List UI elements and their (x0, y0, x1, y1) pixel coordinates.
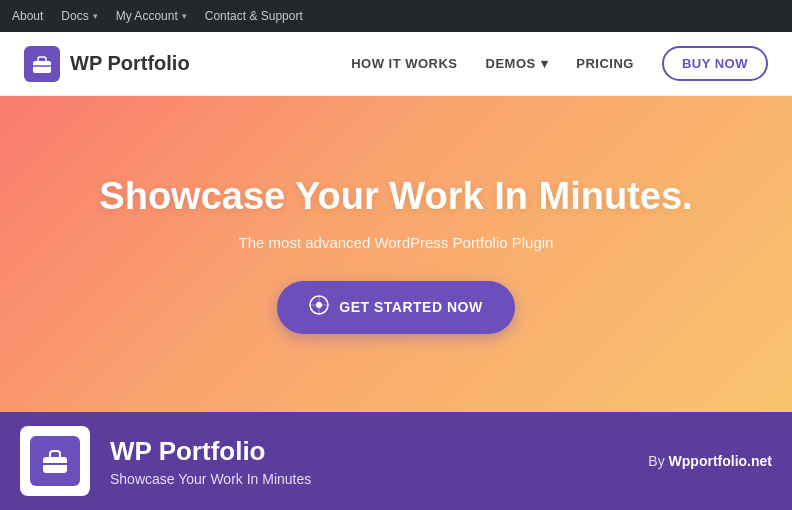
briefcase-icon (31, 53, 53, 75)
buy-now-button[interactable]: BUY NOW (662, 46, 768, 81)
nav-pricing-label: PRICING (576, 56, 634, 71)
cta-label: GET STARTED NOW (339, 299, 482, 315)
hero-section: Showcase Your Work In Minutes. The most … (0, 96, 792, 412)
plugin-name: WP Portfolio (110, 436, 628, 467)
admin-bar-docs-label: Docs (61, 9, 88, 23)
wp-logo-icon (309, 295, 329, 315)
plugin-briefcase-icon (39, 445, 71, 477)
logo-icon (24, 46, 60, 82)
admin-bar-about[interactable]: About (12, 9, 43, 23)
wordpress-icon (309, 295, 329, 320)
by-attribution: By Wpportfolio.net (648, 453, 772, 469)
logo-text: WP Portfolio (70, 52, 190, 75)
admin-bar-my-account[interactable]: My Account ▾ (116, 9, 187, 23)
info-bar: WP Portfolio Showcase Your Work In Minut… (0, 412, 792, 510)
demos-chevron-icon: ▾ (541, 56, 549, 71)
nav-right: HOW IT WORKS DEMOS ▾ PRICING BUY NOW (351, 46, 768, 81)
admin-bar-contact-label: Contact & Support (205, 9, 303, 23)
hero-title: Showcase Your Work In Minutes. (99, 174, 692, 220)
main-nav: WP Portfolio HOW IT WORKS DEMOS ▾ PRICIN… (0, 32, 792, 96)
admin-bar-my-account-label: My Account (116, 9, 178, 23)
nav-demos[interactable]: DEMOS ▾ (486, 56, 549, 71)
cta-button[interactable]: GET STARTED NOW (277, 281, 514, 334)
nav-how-it-works-label: HOW IT WORKS (351, 56, 457, 71)
plugin-info: WP Portfolio Showcase Your Work In Minut… (110, 436, 628, 487)
svg-rect-0 (33, 61, 51, 73)
by-link[interactable]: Wpportfolio.net (669, 453, 772, 469)
plugin-tagline: Showcase Your Work In Minutes (110, 471, 628, 487)
admin-bar: About Docs ▾ My Account ▾ Contact & Supp… (0, 0, 792, 32)
admin-bar-docs[interactable]: Docs ▾ (61, 9, 97, 23)
my-account-chevron-icon: ▾ (182, 11, 187, 21)
plugin-icon-inner (30, 436, 80, 486)
logo[interactable]: WP Portfolio (24, 46, 190, 82)
by-prefix: By (648, 453, 668, 469)
plugin-icon-box (20, 426, 90, 496)
admin-bar-contact[interactable]: Contact & Support (205, 9, 303, 23)
nav-demos-label: DEMOS (486, 56, 536, 71)
admin-bar-about-label: About (12, 9, 43, 23)
docs-chevron-icon: ▾ (93, 11, 98, 21)
nav-pricing[interactable]: PRICING (576, 56, 634, 71)
hero-subtitle: The most advanced WordPress Portfolio Pl… (239, 234, 554, 251)
nav-how-it-works[interactable]: HOW IT WORKS (351, 56, 457, 71)
